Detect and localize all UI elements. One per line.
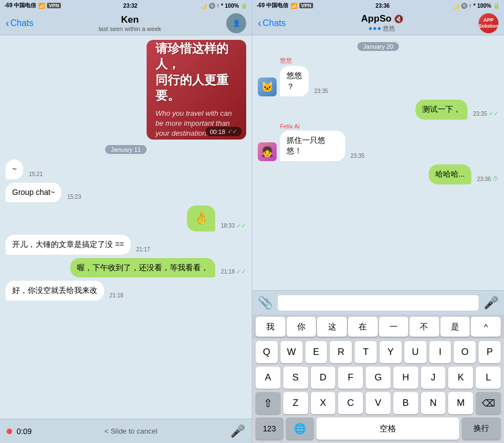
youyou-bubble[interactable]: 悠悠？ bbox=[280, 66, 309, 96]
key-g[interactable]: G bbox=[366, 367, 391, 389]
left-status-bar: -69 中国电信 📶 VPN 23:32 🌙 🔘 ↑ * 100% 🔋 bbox=[0, 0, 252, 11]
emoji-bubble[interactable]: 👌 bbox=[187, 205, 215, 231]
woah-check: ✓✓ bbox=[236, 268, 246, 275]
keyboard-main-rows: Q W E R T Y U I O P A S D F G H J K bbox=[252, 339, 504, 415]
key-y[interactable]: Y bbox=[380, 341, 402, 363]
key-i[interactable]: I bbox=[429, 341, 451, 363]
right-status-bar: -69 中国电信 📶 VPN 23:36 🌙 🔘 ↑ * 100% 🔋 bbox=[252, 0, 504, 11]
right-time: 23:36 bbox=[376, 3, 390, 9]
left-chevron-icon: ‹ bbox=[6, 17, 9, 29]
key-delete[interactable]: ⌫ bbox=[476, 392, 501, 414]
haha-message-row: 23:36 ⏱ 哈哈哈... bbox=[258, 164, 498, 184]
left-back-button[interactable]: ‹ Chats bbox=[6, 17, 33, 29]
felix-avatar: 👧 bbox=[258, 142, 277, 161]
image-duration: 00:18 bbox=[210, 128, 225, 135]
voice-timer: 0:09 bbox=[17, 427, 32, 436]
emoji-check: ✓✓ bbox=[236, 222, 246, 229]
quick-key-1[interactable]: 你 bbox=[287, 317, 316, 337]
key-w[interactable]: W bbox=[280, 341, 303, 363]
emoji-message-row: 18:33 ✓✓ 👌 bbox=[6, 205, 246, 231]
hao-bubble[interactable]: 好，你没空就丢给我来改 bbox=[6, 281, 104, 301]
three-dots bbox=[369, 27, 381, 30]
youyou-avatar-inner: 🐱 bbox=[258, 78, 277, 96]
groupchat-bubble[interactable]: Group chat~ bbox=[6, 183, 61, 203]
key-k[interactable]: K bbox=[448, 367, 473, 389]
ceshi-check: ✓✓ bbox=[489, 110, 498, 117]
daichui-bubble[interactable]: 开儿，大锤的文章是搞定了没 == bbox=[6, 235, 131, 255]
left-moon-icon: 🌙 bbox=[200, 3, 207, 9]
image-bubble[interactable]: 请珍惜这样的人，同行的人更重要。 Who you travel with can… bbox=[147, 40, 246, 140]
key-x[interactable]: X bbox=[311, 392, 336, 414]
key-space[interactable]: 空格 bbox=[316, 418, 459, 440]
left-chat-panel: -69 中国电信 📶 VPN 23:32 🌙 🔘 ↑ * 100% 🔋 ‹ Ch… bbox=[0, 0, 252, 443]
voice-mic-icon[interactable]: 🎤 bbox=[230, 424, 245, 439]
keyboard-row-1: Q W E R T Y U I O P bbox=[256, 341, 501, 363]
left-wifi-icon: 📶 bbox=[38, 3, 45, 9]
woah-bubble[interactable]: 喔，下午收到了，还没看，等我看看， bbox=[70, 258, 215, 278]
ceshi-message-row: 23:35 ✓✓ 测试一下， bbox=[258, 100, 498, 120]
key-m[interactable]: M bbox=[448, 392, 473, 414]
quick-key-0[interactable]: 我 bbox=[256, 317, 285, 337]
key-123[interactable]: 123 bbox=[256, 418, 283, 440]
quick-key-6[interactable]: 是 bbox=[440, 317, 470, 337]
quick-key-4[interactable]: 一 bbox=[379, 317, 409, 337]
felix-time: 23:35 bbox=[351, 153, 365, 159]
key-v[interactable]: V bbox=[366, 392, 391, 414]
key-r[interactable]: R bbox=[330, 341, 352, 363]
youyou-message-row: 🐱 悠悠 悠悠？ 23:35 bbox=[258, 56, 498, 96]
left-arrow-icon: ↑ bbox=[217, 3, 220, 9]
hao-message-row: 好，你没空就丢给我来改 21:18 bbox=[6, 281, 246, 301]
right-bluetooth-icon: * bbox=[474, 3, 476, 9]
quick-key-7[interactable]: ^ bbox=[471, 317, 501, 337]
key-z[interactable]: Z bbox=[283, 392, 308, 414]
daichui-time: 21:17 bbox=[136, 246, 150, 253]
key-a[interactable]: A bbox=[256, 367, 280, 389]
haha-bubble[interactable]: 哈哈哈... bbox=[429, 164, 472, 184]
key-return[interactable]: 换行 bbox=[462, 418, 501, 440]
felix-sender-name: Felix Ai bbox=[280, 123, 367, 130]
key-h[interactable]: H bbox=[393, 367, 418, 389]
right-back-label: Chats bbox=[263, 18, 286, 28]
key-t[interactable]: T bbox=[355, 341, 377, 363]
left-bluetooth-icon: * bbox=[221, 3, 224, 9]
key-j[interactable]: J bbox=[421, 367, 446, 389]
quick-key-3[interactable]: 在 bbox=[348, 317, 378, 337]
voice-recording-bar: 0:09 < Slide to cancel 🎤 bbox=[0, 419, 252, 443]
key-p[interactable]: P bbox=[479, 341, 501, 363]
right-status-right: 🌙 🔘 ↑ * 100% 🔋 bbox=[453, 3, 500, 9]
key-shift[interactable]: ⇧ bbox=[256, 392, 280, 414]
key-e[interactable]: E bbox=[305, 341, 328, 363]
dot-3 bbox=[378, 27, 381, 30]
right-date-badge: January 20 bbox=[357, 42, 398, 51]
right-nav-center: AppSo 🔇 悠悠 bbox=[285, 13, 479, 33]
left-chat-area: 请珍惜这样的人，同行的人更重要。 Who you travel with can… bbox=[0, 35, 252, 419]
left-contact-avatar[interactable]: 👤 bbox=[226, 13, 246, 33]
right-input-bar: 📎 🎤 bbox=[252, 290, 504, 315]
input-mic-icon[interactable]: 🎤 bbox=[484, 296, 498, 310]
woah-message-row: 21:18 ✓✓ 喔，下午收到了，还没看，等我看看， bbox=[6, 258, 246, 278]
right-input-field[interactable] bbox=[277, 295, 479, 311]
key-l[interactable]: L bbox=[476, 367, 501, 389]
key-globe[interactable]: 🌐 bbox=[286, 418, 314, 440]
tilde-bubble[interactable]: ~ bbox=[6, 159, 23, 179]
key-q[interactable]: Q bbox=[256, 341, 278, 363]
key-u[interactable]: U bbox=[404, 341, 427, 363]
quick-key-2[interactable]: 这 bbox=[317, 317, 347, 337]
right-chevron-icon: ‹ bbox=[258, 17, 262, 29]
right-contact-avatar[interactable]: APPSolution bbox=[479, 13, 498, 33]
emoji-time: 18:33 ✓✓ bbox=[221, 222, 246, 229]
ceshi-bubble[interactable]: 测试一下， bbox=[415, 100, 467, 120]
key-o[interactable]: O bbox=[454, 341, 476, 363]
key-f[interactable]: F bbox=[338, 367, 363, 389]
right-back-button[interactable]: ‹ Chats bbox=[258, 17, 285, 29]
key-c[interactable]: C bbox=[338, 392, 363, 414]
key-b[interactable]: B bbox=[393, 392, 418, 414]
key-n[interactable]: N bbox=[421, 392, 446, 414]
groupchat-message-row: Group chat~ 15:23 bbox=[6, 183, 246, 203]
felix-bubble[interactable]: 抓住一只悠悠！ bbox=[280, 131, 345, 161]
attach-icon[interactable]: 📎 bbox=[258, 296, 273, 310]
right-chat-area: January 20 🐱 悠悠 悠悠？ 23:35 23:35 ✓✓ 测试一下，… bbox=[252, 35, 504, 290]
key-s[interactable]: S bbox=[283, 367, 308, 389]
key-d[interactable]: D bbox=[311, 367, 336, 389]
quick-key-5[interactable]: 不 bbox=[409, 317, 439, 337]
